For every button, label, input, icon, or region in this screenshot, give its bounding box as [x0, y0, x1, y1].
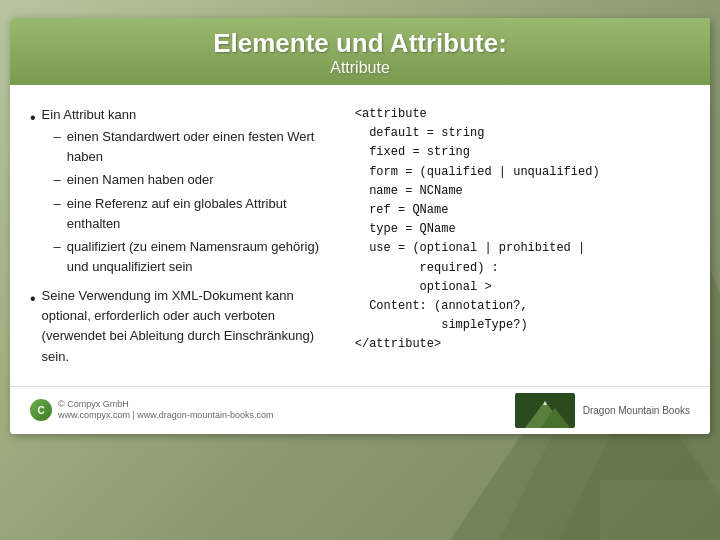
sub-item-text-1: einen Standardwert oder einen festen Wer… [67, 127, 335, 167]
dash-4: – [54, 237, 61, 257]
header-subtitle: Attribute [30, 59, 690, 77]
mountain-logo-icon [515, 393, 575, 428]
bullet-item-1: • Ein Attribut kann – einen Standardwert… [30, 105, 335, 280]
footer-company-line1: © Compyx GmbH [58, 399, 273, 411]
footer: C © Compyx GmbH www.compyx.com | www.dra… [10, 386, 710, 434]
sub-item-1: – einen Standardwert oder einen festen W… [54, 127, 335, 167]
sub-item-2: – einen Namen haben oder [54, 170, 335, 190]
sub-item-3: – eine Referenz auf ein globales Attribu… [54, 194, 335, 234]
footer-company-line2: www.compyx.com | www.dragon-mountain-boo… [58, 410, 273, 422]
header-title: Elemente und Attribute: [30, 28, 690, 59]
bullet-dot-1: • [30, 106, 36, 131]
bullet-dot-2: • [30, 287, 36, 312]
svg-rect-3 [600, 480, 720, 540]
main-container: Elemente und Attribute: Attribute • Ein … [10, 18, 710, 434]
dash-2: – [54, 170, 61, 190]
bullet-text-2: Seine Verwendung im XML-Dokument kann op… [42, 288, 314, 363]
company-logo: C [30, 399, 52, 421]
footer-right: Dragon Mountain Books [515, 393, 690, 428]
bullet-text-1: Ein Attribut kann [42, 107, 137, 122]
sub-item-text-4: qualifiziert (zu einem Namensraum gehöri… [67, 237, 335, 277]
footer-text: © Compyx GmbH www.compyx.com | www.drago… [58, 399, 273, 422]
sub-item-text-2: einen Namen haben oder [67, 170, 214, 190]
dash-1: – [54, 127, 61, 147]
right-panel: <attribute default = string fixed = stri… [355, 105, 690, 371]
bullet-item-2: • Seine Verwendung im XML-Dokument kann … [30, 286, 335, 367]
header: Elemente und Attribute: Attribute [10, 18, 710, 85]
footer-brand-text: Dragon Mountain Books [583, 404, 690, 417]
footer-left: C © Compyx GmbH www.compyx.com | www.dra… [30, 399, 273, 422]
sub-list: – einen Standardwert oder einen festen W… [54, 127, 335, 277]
dash-3: – [54, 194, 61, 214]
left-panel: • Ein Attribut kann – einen Standardwert… [30, 105, 335, 371]
content-area: • Ein Attribut kann – einen Standardwert… [10, 85, 710, 386]
sub-item-text-3: eine Referenz auf ein globales Attribut … [67, 194, 335, 234]
sub-item-4: – qualifiziert (zu einem Namensraum gehö… [54, 237, 335, 277]
